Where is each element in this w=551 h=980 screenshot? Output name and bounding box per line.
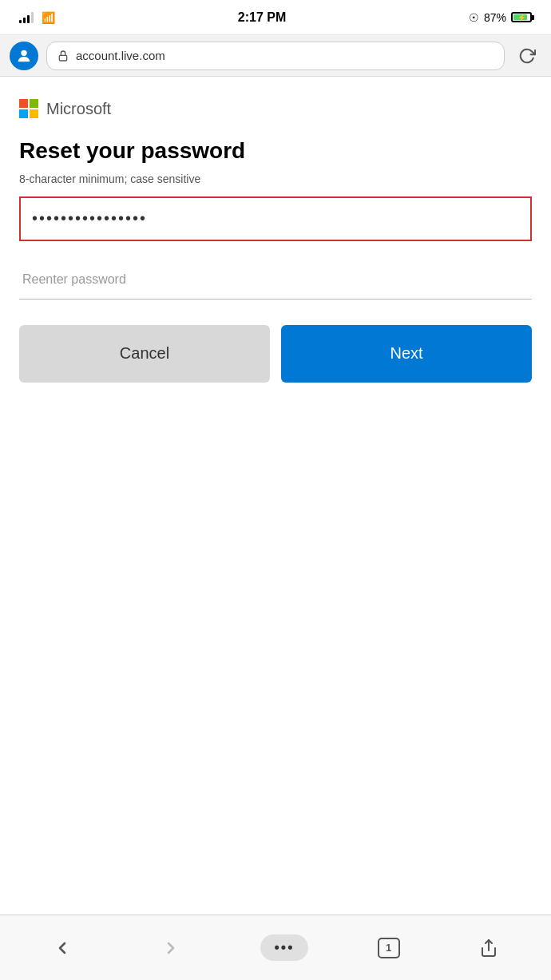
status-right: ☉ 87% ⚡	[469, 11, 532, 24]
cancel-button[interactable]: Cancel	[19, 325, 270, 383]
signal-icon	[19, 12, 34, 23]
tab-count: 1	[378, 938, 400, 958]
password-input[interactable]	[21, 198, 530, 240]
svg-point-0	[21, 50, 26, 55]
status-bar: 📶 2:17 PM ☉ 87% ⚡	[0, 0, 551, 35]
refresh-button[interactable]	[513, 42, 541, 70]
reenter-wrapper	[19, 260, 532, 300]
microsoft-logo: Microsoft	[19, 99, 532, 118]
browser-bar: account.live.com	[0, 35, 551, 77]
svg-rect-1	[59, 55, 66, 61]
user-avatar[interactable]	[10, 42, 38, 70]
back-button[interactable]	[42, 930, 82, 966]
password-input-wrapper	[19, 196, 532, 241]
page-subtitle: 8-character minimum; case sensitive	[19, 173, 532, 185]
page-title: Reset your password	[19, 137, 532, 165]
more-options-button[interactable]: •••	[260, 934, 309, 961]
url-bar[interactable]: account.live.com	[46, 42, 505, 70]
status-time: 2:17 PM	[238, 10, 286, 25]
battery-icon: ⚡	[511, 12, 532, 22]
tab-button[interactable]: 1	[378, 938, 400, 958]
next-button[interactable]: Next	[281, 325, 532, 383]
location-icon: ☉	[469, 11, 479, 24]
url-text: account.live.com	[76, 49, 494, 62]
share-button[interactable]	[469, 930, 509, 966]
lock-icon	[57, 50, 69, 62]
battery-percent: 87%	[484, 11, 506, 24]
reenter-password-input[interactable]	[19, 260, 532, 299]
ms-grid-icon	[19, 99, 38, 118]
microsoft-name: Microsoft	[46, 100, 111, 118]
page-content: Microsoft Reset your password 8-characte…	[0, 77, 551, 405]
bottom-nav: ••• 1	[0, 915, 551, 980]
forward-button[interactable]	[151, 930, 191, 966]
status-left: 📶	[19, 11, 55, 24]
button-row: Cancel Next	[19, 325, 532, 383]
wifi-icon: 📶	[42, 11, 55, 24]
